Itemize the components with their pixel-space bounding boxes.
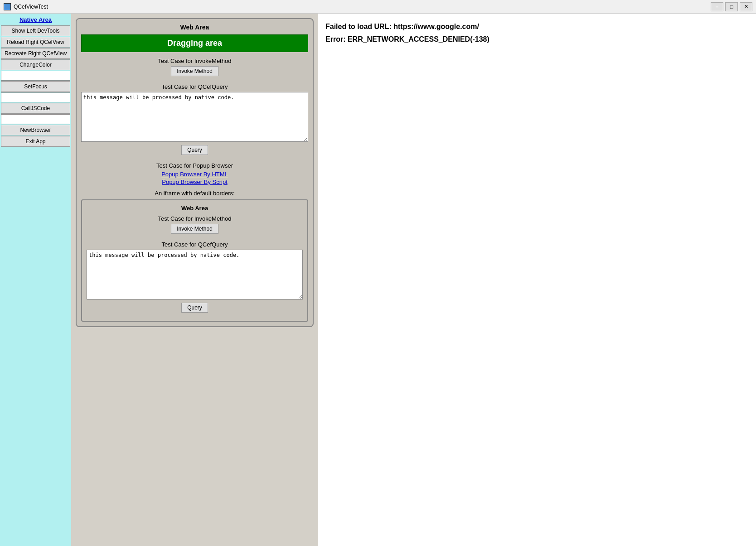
- minimize-button[interactable]: −: [711, 2, 723, 11]
- set-focus-button[interactable]: SetFocus: [1, 81, 70, 92]
- inner-qcef-query-title: Test Case for QCefQuery: [87, 241, 303, 248]
- iframe-label: An iframe with default borders:: [81, 190, 308, 197]
- qcef-query-title: Test Case for QCefQuery: [81, 83, 308, 90]
- call-js-code-button[interactable]: CallJSCode: [1, 103, 70, 114]
- inner-web-area: Web Area Test Case for InvokeMethod Invo…: [81, 199, 308, 322]
- qcef-query-textarea[interactable]: this message will be processed by native…: [81, 92, 308, 142]
- titlebar-controls: − □ ✕: [711, 2, 752, 11]
- sidebar: Native Area Show Left DevTools Reload Ri…: [0, 14, 71, 546]
- inner-invoke-method-button[interactable]: Invoke Method: [171, 224, 218, 234]
- reload-right-qcefview-button[interactable]: Reload Right QCefView: [1, 37, 70, 48]
- main-layout: Native Area Show Left DevTools Reload Ri…: [0, 14, 756, 546]
- titlebar: QCefViewTest − □ ✕: [0, 0, 756, 14]
- inner-query-button[interactable]: Query: [181, 303, 208, 313]
- show-left-devtools-button[interactable]: Show Left DevTools: [1, 25, 70, 36]
- query-button[interactable]: Query: [181, 145, 208, 155]
- popup-browser-section: Test Case for Popup Browser Popup Browse…: [81, 162, 308, 185]
- set-focus-input[interactable]: [1, 92, 70, 102]
- inner-web-area-title: Web Area: [87, 205, 303, 212]
- call-js-code-input[interactable]: [1, 114, 70, 124]
- popup-browser-script-link[interactable]: Popup Browser By Script: [81, 179, 308, 185]
- inner-qcef-query-textarea[interactable]: this message will be processed by native…: [87, 250, 303, 300]
- maximize-button[interactable]: □: [725, 2, 738, 11]
- popup-browser-title: Test Case for Popup Browser: [81, 162, 308, 169]
- close-button[interactable]: ✕: [740, 2, 752, 11]
- invoke-method-title: Test Case for InvokeMethod: [81, 58, 308, 64]
- recreate-right-qcefview-button[interactable]: Recreate Right QCefView: [1, 48, 70, 59]
- web-area-wrapper: Web Area Dragging area Test Case for Inv…: [71, 14, 318, 546]
- web-area-container: Web Area Dragging area Test Case for Inv…: [76, 18, 314, 327]
- invoke-method-button[interactable]: Invoke Method: [171, 66, 218, 76]
- inner-invoke-method-title: Test Case for InvokeMethod: [87, 215, 303, 222]
- error-url: Failed to load URL: https://www.google.c…: [325, 23, 749, 31]
- web-area-title: Web Area: [81, 24, 308, 31]
- app-icon: [4, 3, 11, 10]
- change-color-button[interactable]: ChangeColor: [1, 59, 70, 70]
- exit-app-button[interactable]: Exit App: [1, 136, 70, 147]
- popup-browser-html-link[interactable]: Popup Browser By HTML: [81, 171, 308, 178]
- dragging-area[interactable]: Dragging area: [81, 34, 308, 52]
- titlebar-left: QCefViewTest: [4, 3, 48, 10]
- error-code: Error: ERR_NETWORK_ACCESS_DENIED(-138): [325, 35, 749, 43]
- change-color-input[interactable]: [1, 71, 70, 81]
- titlebar-title: QCefViewTest: [14, 4, 48, 10]
- native-area-label: Native Area: [1, 14, 70, 25]
- error-panel: Failed to load URL: https://www.google.c…: [318, 14, 756, 546]
- new-browser-button[interactable]: NewBrowser: [1, 125, 70, 135]
